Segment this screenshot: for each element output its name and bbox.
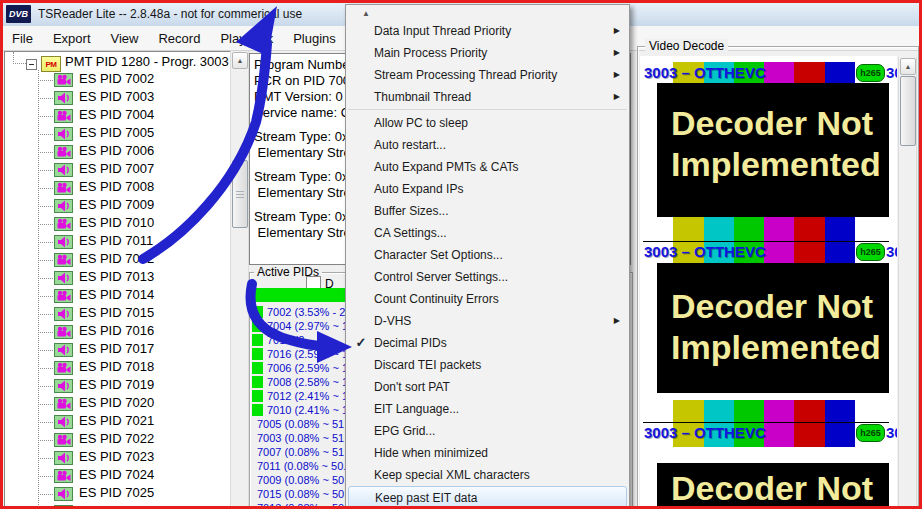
menu-item-label: Auto restart... (374, 134, 446, 156)
menu-item-auto-expand-pmts-cats[interactable]: Auto Expand PMTs & CATs (346, 156, 629, 178)
video-stream-icon (54, 181, 73, 195)
tree-item-es-pid[interactable]: ES PID 7016 (79, 323, 154, 338)
tree-item-es-pid[interactable]: ES PID 7023 (79, 449, 154, 464)
tree-guide-line (38, 422, 53, 424)
pid-activity-square (252, 348, 263, 360)
menu-item-keep-past-eit-data[interactable]: Keep past EIT data (348, 486, 627, 508)
thumbnail-divider-line (643, 241, 889, 242)
menu-item-character-set-options[interactable]: Character Set Options... (346, 244, 629, 266)
tree-item-es-pid[interactable]: ES PID 7015 (79, 305, 154, 320)
menu-item-don-t-sort-pat[interactable]: Don't sort PAT (346, 376, 629, 398)
menu-item-d-vhs[interactable]: D-VHS▶ (346, 310, 629, 332)
tree-item-es-pid[interactable]: ES PID 7026 (79, 503, 154, 509)
tree-item-es-pid[interactable]: ES PID 7009 (79, 197, 154, 212)
menu-item-hide-when-minimized[interactable]: Hide when minimized (346, 442, 629, 464)
tree-item-es-pid[interactable]: ES PID 7002 (79, 71, 154, 86)
menu-item-keep-special-xml-characters[interactable]: Keep special XML characters (346, 464, 629, 486)
video-stream-icon (54, 289, 73, 303)
tree-item-es-pid[interactable]: ES PID 7012 (79, 251, 154, 266)
menubar-item-view[interactable]: View (101, 29, 149, 48)
tree-item-es-pid[interactable]: ES PID 7004 (79, 107, 154, 122)
menu-item-label: Decimal PIDs (374, 332, 447, 354)
tree-item-es-pid[interactable]: ES PID 7022 (79, 431, 154, 446)
tree-guide-line (38, 386, 53, 388)
tree-item-es-pid[interactable]: ES PID 7008 (79, 179, 154, 194)
tree-item-es-pid[interactable]: ES PID 7024 (79, 467, 154, 482)
menubar-item-record[interactable]: Record (148, 29, 210, 48)
tree-item-pmt[interactable]: PMT PID 1280 - Progr. 3003 (65, 54, 229, 69)
tree-guide-line (38, 332, 53, 334)
video-stream-icon (54, 469, 73, 483)
menubar-item-plugins[interactable]: Plugins (283, 29, 346, 48)
tree-expand-toggle[interactable] (26, 59, 37, 70)
tree-item-es-pid[interactable]: ES PID 7014 (79, 287, 154, 302)
tree-item-es-pid[interactable]: ES PID 7013 (79, 269, 154, 284)
menu-item-label: Allow PC to sleep (374, 112, 468, 134)
menu-item-main-process-priority[interactable]: Main Process Priority▶ (346, 42, 629, 64)
menubar-item-file[interactable]: File (2, 29, 43, 48)
tree-item-es-pid[interactable]: ES PID 7017 (79, 341, 154, 356)
tree-item-es-pid[interactable]: ES PID 7019 (79, 377, 154, 392)
tree-guide-line (38, 152, 53, 154)
menu-item-decimal-pids[interactable]: ✓Decimal PIDs (346, 332, 629, 354)
menubar-item-export[interactable]: Export (43, 29, 101, 48)
checkmark-icon: ✓ (353, 332, 369, 354)
video-thumbnails-area[interactable]: Decoder NotImplemented3003 – OTTHEVCh265… (640, 56, 897, 507)
tree-scrollbar-thumb[interactable] (232, 160, 248, 228)
menu-item-label: CA Settings... (374, 222, 447, 244)
tree-item-es-pid[interactable]: ES PID 7005 (79, 125, 154, 140)
pid-row-text: 7004 (2.97% ~ 1.8 (267, 320, 357, 332)
menu-item-stream-processing-thread-priority[interactable]: Stream Processing Thread Priority▶ (346, 64, 629, 86)
next-thumbnail-label: 30 (886, 424, 897, 441)
tree-scrollbar-up-icon[interactable]: ▲ (232, 52, 248, 69)
pid-row-text: 7002 (3.53% - 2.9 (267, 306, 354, 318)
tree-item-es-pid[interactable]: ES PID 7021 (79, 413, 154, 428)
tree-item-es-pid[interactable]: ES PID 7006 (79, 143, 154, 158)
menu-item-buffer-sizes[interactable]: Buffer Sizes... (346, 200, 629, 222)
video-scrollbar-thumb[interactable] (900, 76, 916, 146)
video-scrollbar[interactable]: ▲ (898, 57, 917, 507)
tree-scrollbar[interactable]: ▲ (230, 51, 249, 509)
tree-item-es-pid[interactable]: ES PID 7018 (79, 359, 154, 374)
menu-item-auto-expand-ips[interactable]: Auto Expand IPs (346, 178, 629, 200)
menu-item-data-input-thread-priority[interactable]: Data Input Thread Priority▶ (346, 20, 629, 42)
tree-item-es-pid[interactable]: ES PID 7007 (79, 161, 154, 176)
tree-guide-line (38, 98, 53, 100)
menu-item-discard-tei-packets[interactable]: Discard TEI packets (346, 354, 629, 376)
video-scrollbar-up-icon[interactable]: ▲ (900, 58, 916, 75)
tree-item-es-pid[interactable]: ES PID 7010 (79, 215, 154, 230)
menu-item-label: Hide when minimized (374, 442, 488, 464)
audio-stream-icon (54, 235, 73, 249)
tree-item-es-pid[interactable]: ES PID 7003 (79, 89, 154, 104)
tree-guide-line (38, 440, 53, 442)
submenu-arrow-icon: ▶ (614, 20, 620, 42)
tree-guide-line (38, 494, 53, 496)
pid-row-text: 7013 (0.08% ~ 50.7 (257, 502, 353, 509)
menu-item-label: Control Server Settings... (374, 266, 508, 288)
menu-item-thumbnail-thread[interactable]: Thumbnail Thread▶ (346, 86, 629, 108)
decoder-message: Decoder NotImplemented (671, 468, 881, 507)
video-stream-icon (54, 505, 73, 509)
thumbnail-service-label: 3003 – OTTHEVC (644, 243, 766, 260)
pid-tree-panel[interactable]: PMPMT PID 1280 - Progr. 3003ES PID 7002E… (4, 51, 231, 509)
menu-item-label: D-VHS (374, 310, 411, 332)
menu-item-auto-restart[interactable]: Auto restart... (346, 134, 629, 156)
menu-item-count-continuity-errors[interactable]: Count Continuity Errors (346, 288, 629, 310)
menubar-item-playback[interactable]: Playback (210, 29, 283, 48)
video-decode-title: Video Decode (645, 39, 728, 53)
menu-item-ca-settings[interactable]: CA Settings... (346, 222, 629, 244)
menu-item-epg-grid[interactable]: EPG Grid... (346, 420, 629, 442)
audio-stream-icon (54, 343, 73, 357)
pid-activity-square (252, 306, 263, 318)
tree-item-es-pid[interactable]: ES PID 7025 (79, 485, 154, 500)
menu-item-control-server-settings[interactable]: Control Server Settings... (346, 266, 629, 288)
tree-item-es-pid[interactable]: ES PID 7020 (79, 395, 154, 410)
submenu-arrow-icon: ▶ (614, 64, 620, 86)
tree-item-es-pid[interactable]: ES PID 7011 (79, 233, 153, 248)
menu-scroll-up-icon[interactable]: ▲ (362, 9, 370, 18)
menu-item-allow-pc-to-sleep[interactable]: Allow PC to sleep (346, 112, 629, 134)
next-thumbnail-label: 30 (886, 64, 897, 81)
tree-guide-line (13, 63, 26, 65)
menu-item-eit-language[interactable]: EIT Language... (346, 398, 629, 420)
pid-row-text: 7006 (2.59% ~ 1.5 (267, 362, 357, 374)
